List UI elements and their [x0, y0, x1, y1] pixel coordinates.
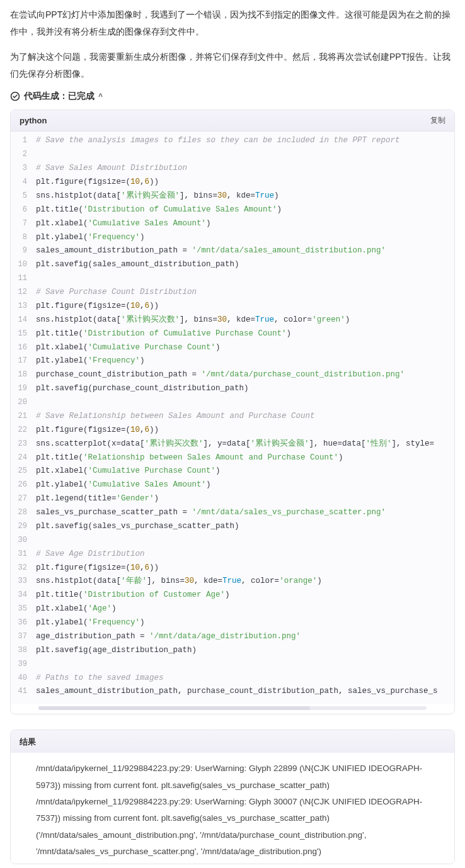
- check-circle-icon: [10, 91, 20, 101]
- code-content: plt.title('Distribution of Customer Age'…: [36, 589, 454, 602]
- code-line: 28sales_vs_purchase_scatter_path = '/mnt…: [11, 506, 454, 520]
- code-content: plt.figure(figsize=(10,6)): [36, 561, 454, 575]
- line-number: 36: [11, 616, 36, 630]
- code-line: 40# Paths to the saved images: [11, 672, 454, 685]
- line-number: 13: [11, 300, 36, 313]
- line-number: 27: [11, 492, 36, 506]
- code-content: sns.histplot(data['年龄'], bins=30, kde=Tr…: [36, 575, 454, 589]
- code-content: sales_amount_distribution_path = '/mnt/d…: [36, 244, 454, 258]
- code-line: 27plt.legend(title='Gender'): [11, 492, 454, 506]
- line-number: 32: [11, 561, 36, 575]
- chevron-up-icon: ^: [98, 92, 103, 101]
- line-number: 34: [11, 589, 36, 602]
- result-block: 结果 /mnt/data/ipykernel_11/929884223.py:2…: [10, 730, 455, 864]
- line-number: 11: [11, 272, 36, 286]
- code-content: plt.savefig(sales_amount_distribution_pa…: [36, 258, 454, 272]
- code-content: plt.savefig(purchase_count_distribution_…: [36, 382, 454, 396]
- assistant-paragraph-2: 为了解决这个问题，我需要重新生成分析图像，并将它们保存到文件中。然后，我将再次尝…: [10, 48, 455, 82]
- code-line: 20: [11, 396, 454, 410]
- code-line: 17plt.ylabel('Frequency'): [11, 354, 454, 368]
- code-content: age_distribution_path = '/mnt/data/age_d…: [36, 630, 454, 644]
- line-number: 10: [11, 258, 36, 272]
- line-number: 31: [11, 548, 36, 561]
- code-line: 18purchase_count_distribution_path = '/m…: [11, 368, 454, 382]
- code-line: 14sns.histplot(data['累计购买次数'], bins=30, …: [11, 313, 454, 327]
- code-content: plt.ylabel('Frequency'): [36, 231, 454, 245]
- code-content: plt.title('Distribution of Cumulative Pu…: [36, 327, 454, 341]
- code-content: # Save Sales Amount Distribution: [36, 162, 454, 176]
- line-number: 5: [11, 189, 36, 203]
- line-number: 15: [11, 327, 36, 341]
- line-number: 28: [11, 506, 36, 520]
- code-content: plt.title('Distribution of Cumulative Sa…: [36, 203, 454, 217]
- code-line: 38plt.savefig(age_distribution_path): [11, 644, 454, 658]
- code-content: [36, 148, 454, 162]
- code-content: [36, 658, 454, 672]
- code-line: 11: [11, 272, 454, 286]
- code-content: sns.scatterplot(x=data['累计购买次数'], y=data…: [36, 437, 454, 451]
- code-content: purchase_count_distribution_path = '/mnt…: [36, 368, 454, 382]
- line-number: 8: [11, 231, 36, 245]
- line-number: 35: [11, 602, 36, 616]
- code-content: sns.histplot(data['累计购买次数'], bins=30, kd…: [36, 313, 454, 327]
- line-number: 22: [11, 424, 36, 437]
- code-line: 12# Save Purchase Count Distribution: [11, 286, 454, 300]
- line-number: 41: [11, 685, 36, 699]
- line-number: 3: [11, 162, 36, 176]
- code-line: 22plt.figure(figsize=(10,6)): [11, 424, 454, 437]
- code-content: plt.ylabel('Frequency'): [36, 616, 454, 630]
- line-number: 29: [11, 520, 36, 534]
- line-number: 16: [11, 341, 36, 355]
- code-content: # Save Relationship between Sales Amount…: [36, 410, 454, 424]
- code-line: 37age_distribution_path = '/mnt/data/age…: [11, 630, 454, 644]
- code-content: plt.ylabel('Cumulative Sales Amount'): [36, 478, 454, 492]
- result-title: 结果: [11, 730, 454, 753]
- line-number: 14: [11, 313, 36, 327]
- code-content: [36, 272, 454, 286]
- code-line: 7plt.xlabel('Cumulative Sales Amount'): [11, 217, 454, 231]
- code-line: 6plt.title('Distribution of Cumulative S…: [11, 203, 454, 217]
- code-line: 4plt.figure(figsize=(10,6)): [11, 176, 454, 189]
- line-number: 4: [11, 176, 36, 189]
- code-line: 24plt.title('Relationship between Sales …: [11, 451, 454, 465]
- code-content: plt.figure(figsize=(10,6)): [36, 300, 454, 313]
- line-number: 37: [11, 630, 36, 644]
- result-line: ('/mnt/data/sales_amount_distribution.pn…: [36, 827, 444, 860]
- code-line: 19plt.savefig(purchase_count_distributio…: [11, 382, 454, 396]
- code-content: # Save Purchase Count Distribution: [36, 286, 454, 300]
- code-body: 1# Save the analysis images to files so …: [11, 132, 454, 704]
- line-number: 1: [11, 134, 36, 148]
- line-number: 7: [11, 217, 36, 231]
- code-content: sales_vs_purchase_scatter_path = '/mnt/d…: [36, 506, 454, 520]
- code-line: 41sales_amount_distribution_path, purcha…: [11, 685, 454, 699]
- code-line: 35plt.xlabel('Age'): [11, 602, 454, 616]
- result-line: /mnt/data/ipykernel_11/929884223.py:29: …: [36, 760, 444, 794]
- code-content: plt.xlabel('Cumulative Purchase Count'): [36, 465, 454, 478]
- code-line: 10plt.savefig(sales_amount_distribution_…: [11, 258, 454, 272]
- horizontal-scrollbar[interactable]: [38, 706, 427, 710]
- line-number: 25: [11, 465, 36, 478]
- code-content: sns.histplot(data['累计购买金额'], bins=30, kd…: [36, 189, 454, 203]
- line-number: 6: [11, 203, 36, 217]
- line-number: 17: [11, 354, 36, 368]
- code-line: 33sns.histplot(data['年龄'], bins=30, kde=…: [11, 575, 454, 589]
- code-line: 34plt.title('Distribution of Customer Ag…: [11, 589, 454, 602]
- copy-button[interactable]: 复制: [430, 115, 445, 126]
- code-content: # Save the analysis images to files so t…: [36, 134, 454, 148]
- code-line: 5sns.histplot(data['累计购买金额'], bins=30, k…: [11, 189, 454, 203]
- code-line: 26plt.ylabel('Cumulative Sales Amount'): [11, 478, 454, 492]
- code-line: 1# Save the analysis images to files so …: [11, 134, 454, 148]
- code-line: 32plt.figure(figsize=(10,6)): [11, 561, 454, 575]
- code-line: 9sales_amount_distribution_path = '/mnt/…: [11, 244, 454, 258]
- line-number: 21: [11, 410, 36, 424]
- code-line: 13plt.figure(figsize=(10,6)): [11, 300, 454, 313]
- line-number: 33: [11, 575, 36, 589]
- code-line: 36plt.ylabel('Frequency'): [11, 616, 454, 630]
- code-line: 8plt.ylabel('Frequency'): [11, 231, 454, 245]
- line-number: 20: [11, 396, 36, 410]
- code-generation-status[interactable]: 代码生成：已完成 ^: [10, 91, 455, 102]
- code-line: 25plt.xlabel('Cumulative Purchase Count'…: [11, 465, 454, 478]
- code-content: [36, 396, 454, 410]
- line-number: 39: [11, 658, 36, 672]
- result-line: /mnt/data/ipykernel_11/929884223.py:29: …: [36, 794, 444, 827]
